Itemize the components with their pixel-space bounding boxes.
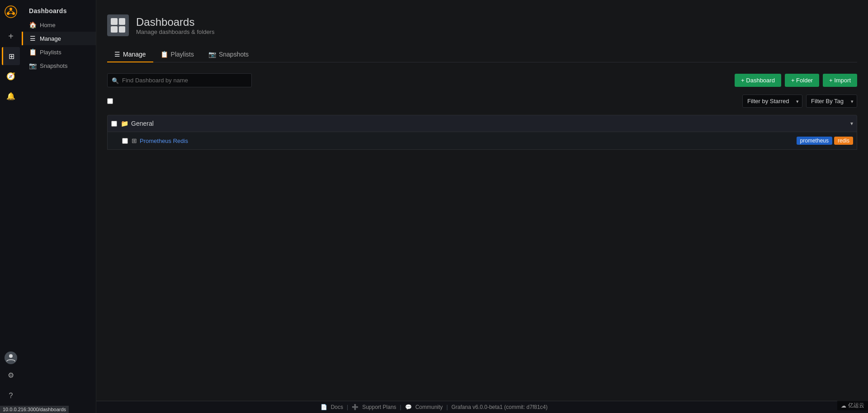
help-nav-icon[interactable]: ?: [2, 387, 20, 405]
tab-snapshots-icon: 📷: [208, 51, 216, 58]
dashboards-nav-icon[interactable]: ⊞: [2, 47, 20, 65]
tag-redis[interactable]: redis: [834, 137, 853, 145]
configuration-nav-icon[interactable]: ⚙: [2, 366, 20, 384]
footer-version: Grafana v6.0.0-beta1 (commit: d7f81c4): [452, 404, 548, 410]
explore-nav-icon[interactable]: 🧭: [2, 67, 20, 85]
tag-prometheus[interactable]: prometheus: [797, 137, 832, 145]
dashboard-tags-prometheus-redis: prometheus redis: [797, 137, 853, 145]
tab-snapshots-label: Snapshots: [219, 51, 249, 58]
footer-docs-link[interactable]: Docs: [331, 404, 343, 410]
footer-community-icon: 💬: [405, 404, 412, 410]
dashboard-icon-prometheus-redis: ⊞: [132, 137, 137, 144]
main-content: Dashboards Manage dashboards & folders ☰…: [96, 0, 868, 413]
tab-manage-icon: ☰: [114, 51, 120, 58]
page-header: Dashboards Manage dashboards & folders: [107, 14, 857, 36]
page-header-text: Dashboards Manage dashboards & folders: [136, 16, 214, 35]
watermark-text: 亿运云: [848, 402, 864, 409]
tab-manage-label: Manage: [123, 51, 146, 58]
sidebar-item-playlists-label: Playlists: [40, 49, 61, 56]
svg-point-7: [9, 354, 13, 358]
add-dashboard-button[interactable]: + Dashboard: [735, 74, 781, 87]
page-subtitle: Manage dashboards & folders: [136, 28, 214, 35]
folder-row-general[interactable]: 📁 General ▾: [107, 115, 857, 132]
snapshots-icon: 📷: [29, 62, 36, 69]
sidebar: Dashboards 🏠 Home ☰ Manage 📋 Playlists 📷…: [22, 0, 96, 413]
toolbar: 🔍 + Dashboard + Folder + Import: [107, 73, 857, 87]
grafana-logo[interactable]: [4, 5, 18, 19]
dashboard-name-prometheus-redis[interactable]: Prometheus Redis: [140, 138, 797, 144]
filter-tag-wrapper: Filter By Tag: [806, 95, 857, 108]
sidebar-item-home-label: Home: [40, 22, 56, 28]
search-input[interactable]: [107, 73, 252, 87]
folder-icon-general: 📁: [121, 120, 128, 127]
dashboard-list: 📁 General ▾ ⊞ Prometheus Redis prometheu…: [107, 115, 857, 150]
select-all-checkbox[interactable]: [107, 98, 113, 104]
dashboard-checkbox-prometheus-redis[interactable]: [122, 138, 128, 144]
add-folder-button[interactable]: + Folder: [785, 74, 819, 87]
import-button[interactable]: + Import: [823, 74, 857, 87]
filter-tag-select[interactable]: Filter By Tag: [806, 95, 857, 108]
sidebar-item-manage[interactable]: ☰ Manage: [22, 32, 96, 45]
top-nav: + ⊞ 🧭 🔔 ⚙ ?: [0, 0, 22, 413]
tabs: ☰ Manage 📋 Playlists 📷 Snapshots: [107, 47, 857, 62]
playlists-icon: 📋: [29, 48, 36, 56]
create-nav-icon[interactable]: +: [2, 27, 20, 45]
watermark: ☁ 亿运云: [837, 401, 868, 410]
filter-starred-select[interactable]: Filter by Starred: [742, 95, 802, 108]
sidebar-item-snapshots-label: Snapshots: [40, 62, 67, 69]
filters-row: Filter by Starred Filter By Tag: [107, 95, 857, 108]
home-icon: 🏠: [29, 21, 36, 28]
folder-chevron-general: ▾: [850, 120, 853, 127]
dashboard-row-prometheus-redis[interactable]: ⊞ Prometheus Redis prometheus redis: [107, 132, 857, 150]
watermark-icon: ☁: [841, 403, 846, 409]
tab-playlists-label: Playlists: [171, 51, 194, 58]
folder-checkbox-general[interactable]: [111, 121, 117, 127]
dashboards-header-icon: [107, 14, 129, 36]
footer-support-link[interactable]: Support Plans: [362, 404, 396, 410]
footer: 📄 Docs | ➕ Support Plans | 💬 Community |…: [0, 401, 868, 413]
page-title: Dashboards: [136, 16, 214, 28]
search-container: 🔍: [107, 73, 252, 87]
svg-point-1: [9, 8, 12, 10]
svg-point-0: [5, 6, 17, 18]
folder-name-general: General: [131, 120, 850, 127]
sidebar-item-home[interactable]: 🏠 Home: [22, 18, 96, 32]
search-icon: 🔍: [112, 77, 119, 84]
tab-manage[interactable]: ☰ Manage: [107, 47, 153, 62]
sidebar-item-manage-label: Manage: [40, 35, 61, 42]
manage-icon: ☰: [29, 35, 36, 42]
footer-community-link[interactable]: Community: [415, 404, 443, 410]
user-avatar[interactable]: [5, 351, 17, 364]
sidebar-title: Dashboards: [22, 4, 96, 18]
tab-playlists-icon: 📋: [160, 51, 168, 58]
sidebar-item-playlists[interactable]: 📋 Playlists: [22, 45, 96, 59]
tab-playlists[interactable]: 📋 Playlists: [153, 47, 201, 62]
alerting-nav-icon[interactable]: 🔔: [2, 87, 20, 105]
url-bar: 10.0.0.216:3000/dashboards: [0, 406, 69, 413]
sidebar-item-snapshots[interactable]: 📷 Snapshots: [22, 59, 96, 72]
filter-starred-wrapper: Filter by Starred: [742, 95, 802, 108]
tab-snapshots[interactable]: 📷 Snapshots: [201, 47, 256, 62]
footer-support-icon: ➕: [352, 404, 359, 410]
footer-docs-icon: 📄: [321, 404, 327, 410]
